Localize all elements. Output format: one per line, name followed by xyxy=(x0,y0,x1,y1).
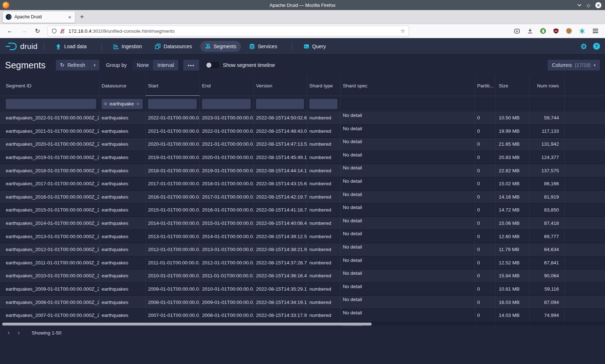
segment-row[interactable]: earthquakes_2012-01-01T00:00:00.000Z_2..… xyxy=(0,243,605,256)
url-bar[interactable]: 172.18.0.4:30109/unified-console.html#se… xyxy=(48,26,409,36)
next-page-button[interactable]: › xyxy=(14,328,24,338)
segment-row[interactable]: earthquakes_2016-01-01T00:00:00.000Z_2..… xyxy=(0,191,605,204)
column-header-version[interactable]: Version xyxy=(254,76,307,96)
segment-row[interactable]: earthquakes_2007-01-01T00:00:00.000Z_2..… xyxy=(0,309,605,322)
cell-num-rows: 83,850 xyxy=(530,204,565,217)
filter-input-segment-id[interactable] xyxy=(6,99,96,109)
browser-tab[interactable]: Apache Druid × xyxy=(3,12,75,23)
cell-size: 15.84 MB xyxy=(496,269,530,282)
segment-row[interactable]: earthquakes_2019-01-01T00:00:00.000Z_2..… xyxy=(0,151,605,164)
column-header-start[interactable]: Start xyxy=(146,76,200,96)
bar-chart-icon xyxy=(205,44,211,49)
extension-asterisk-icon[interactable] xyxy=(579,28,585,34)
filter-tag[interactable]: =earthquake× xyxy=(104,101,139,107)
column-header-datasource[interactable]: Datasource xyxy=(99,76,146,96)
back-button[interactable]: ← xyxy=(3,27,17,35)
column-header-num-rows[interactable]: Num rows xyxy=(530,76,565,96)
cookie-icon[interactable] xyxy=(566,28,572,34)
filter-tag-remove-icon[interactable]: × xyxy=(136,101,139,107)
filter-input-start[interactable] xyxy=(148,99,197,109)
extension-green-icon[interactable] xyxy=(540,28,546,34)
filter-cell-partiti xyxy=(475,96,496,112)
gear-icon[interactable] xyxy=(580,43,587,50)
cell-datasource: earthquakes xyxy=(99,151,146,164)
url-text[interactable]: 172.18.0.4:30109/unified-console.html#se… xyxy=(68,28,400,34)
column-header-shard-type[interactable]: Shard type xyxy=(307,76,341,96)
segment-row[interactable]: earthquakes_2010-01-01T00:00:00.000Z_2..… xyxy=(0,269,605,283)
nav-item-segments[interactable]: Segments xyxy=(200,41,241,52)
segment-row[interactable]: earthquakes_2014-01-01T00:00:00.000Z_2..… xyxy=(0,217,605,230)
cell-shard-type: numbered xyxy=(307,243,341,256)
cell-end: 2009-01-01T00:00:00.0... xyxy=(200,296,254,309)
cell-partition: 0 xyxy=(475,309,496,322)
cell-end: 2023-01-01T00:00:00.0... xyxy=(200,112,254,124)
segment-row[interactable]: earthquakes_2008-01-01T00:00:00.000Z_2..… xyxy=(0,296,605,309)
druid-favicon-icon xyxy=(6,14,12,20)
pocket-icon[interactable] xyxy=(514,28,520,34)
cell-datasource: earthquakes xyxy=(99,296,146,309)
column-header-partiti[interactable]: Partiti... xyxy=(475,76,496,96)
shield-icon[interactable] xyxy=(51,28,57,34)
help-icon[interactable]: ? xyxy=(593,43,600,50)
column-header-shard-spec[interactable]: Shard spec xyxy=(341,76,475,96)
segment-row[interactable]: earthquakes_2017-01-01T00:00:00.000Z_2..… xyxy=(0,177,605,191)
cell-partition: 0 xyxy=(475,283,496,296)
nav-item-services[interactable]: Services xyxy=(245,41,282,52)
cell-size: 10.50 MB xyxy=(496,112,530,124)
column-header-label: Shard type xyxy=(309,83,333,88)
menu-hamburger-icon[interactable] xyxy=(592,28,599,34)
cell-shard-type: numbered xyxy=(307,177,341,190)
segment-row[interactable]: earthquakes_2013-01-01T00:00:00.000Z_2..… xyxy=(0,230,605,243)
reload-button[interactable]: ↻ xyxy=(31,27,44,35)
browser-toolbar: ← → ↻ 172.18.0.4:30109/unified-console.h… xyxy=(0,24,605,38)
column-header-label: Version xyxy=(256,83,272,88)
filter-input-version[interactable] xyxy=(256,99,304,109)
nav-item-datasources[interactable]: Datasources xyxy=(150,41,197,52)
segment-row[interactable]: earthquakes_2015-01-01T00:00:00.000Z_2..… xyxy=(0,204,605,217)
bookmark-star-icon[interactable]: ☆ xyxy=(400,28,405,34)
window-restore-icon[interactable]: ◇ xyxy=(587,3,590,8)
cell-datasource: earthquakes xyxy=(99,283,146,296)
window-close-icon[interactable]: × xyxy=(595,2,601,8)
druid-logo[interactable]: druid xyxy=(5,41,37,51)
refresh-button[interactable]: ↻ Refresh xyxy=(56,60,90,70)
segment-row[interactable]: earthquakes_2020-01-01T00:00:00.000Z_2..… xyxy=(0,138,605,151)
horizontal-scrollbar-track[interactable] xyxy=(0,322,605,326)
segment-row[interactable]: earthquakes_2011-01-01T00:00:00.000Z_2..… xyxy=(0,256,605,270)
column-header-size[interactable]: Size xyxy=(496,76,530,96)
downloads-icon[interactable] xyxy=(527,28,533,34)
cell-partition: 0 xyxy=(475,138,496,151)
window-minimize-icon[interactable] xyxy=(577,4,582,6)
group-by-none-button[interactable]: None xyxy=(133,60,153,70)
group-by-interval-button[interactable]: Interval xyxy=(153,60,178,70)
filter-input-end[interactable] xyxy=(202,99,251,109)
tab-close-icon[interactable]: × xyxy=(67,14,72,20)
cell-partition: 0 xyxy=(475,256,496,269)
column-header-end[interactable]: End xyxy=(200,76,254,96)
prev-page-button[interactable]: ‹ xyxy=(4,328,14,338)
refresh-dropdown-button[interactable]: ▾ xyxy=(89,60,99,70)
cell-shard-spec: No detail xyxy=(341,125,475,138)
new-tab-button[interactable]: + xyxy=(80,13,84,21)
cell-partition: 0 xyxy=(475,164,496,177)
nav-item-load-data[interactable]: Load data xyxy=(51,41,91,52)
nav-item-query[interactable]: Query xyxy=(299,41,331,52)
filter-cell-shard-spec xyxy=(341,96,475,112)
column-header-segment-id[interactable]: Segment ID xyxy=(0,76,99,96)
segment-row[interactable]: earthquakes_2009-01-01T00:00:00.000Z_2..… xyxy=(0,283,605,296)
filter-input-datasource[interactable]: =earthquake× xyxy=(102,99,143,109)
filter-input-shard-type[interactable] xyxy=(309,99,337,109)
horizontal-scrollbar-thumb[interactable] xyxy=(2,323,372,326)
segment-row[interactable]: earthquakes_2022-01-01T00:00:00.000Z_2..… xyxy=(0,112,605,125)
columns-button[interactable]: Columns (17/18) ▾ xyxy=(548,60,600,70)
insecure-lock-icon[interactable] xyxy=(60,28,65,34)
nav-item-ingestion[interactable]: Ingestion xyxy=(108,41,147,52)
cell-shard-type: numbered xyxy=(307,296,341,309)
segment-row[interactable]: earthquakes_2021-01-01T00:00:00.000Z_2..… xyxy=(0,125,605,138)
segment-timeline-toggle[interactable] xyxy=(206,62,219,68)
cell-shard-type: numbered xyxy=(307,138,341,151)
forward-button[interactable]: → xyxy=(17,27,31,35)
segment-row[interactable]: earthquakes_2018-01-01T00:00:00.000Z_2..… xyxy=(0,164,605,177)
ublock-shield-icon[interactable]: uO xyxy=(553,28,559,34)
more-options-button[interactable]: ••• xyxy=(183,60,199,70)
